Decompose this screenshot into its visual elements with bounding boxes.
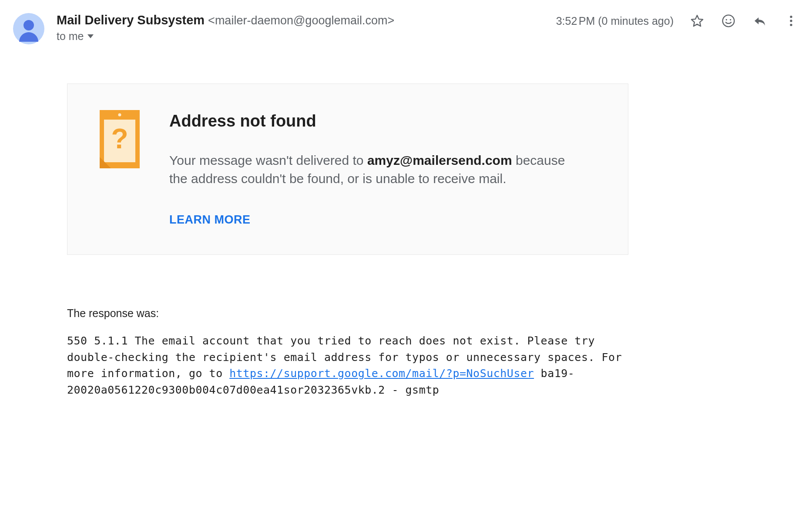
learn-more-link[interactable]: LEARN MORE [169,213,251,227]
more-vert-icon [784,14,798,28]
from-line: Mail Delivery Subsystem <mailer-daemon@g… [57,13,546,27]
svg-point-2 [723,15,735,27]
bounce-desc-before: Your message wasn't delivered to [169,153,367,167]
sender-email: <mailer-daemon@googlemail.com> [208,14,394,27]
chevron-down-icon [87,34,94,38]
bounce-description: Your message wasn't delivered to amyz@ma… [169,151,570,188]
star-button[interactable] [689,13,705,29]
svg-point-6 [790,20,792,22]
bounce-desc-address: amyz@mailersend.com [367,153,512,167]
response-link[interactable]: https://support.google.com/mail/?p=NoSuc… [229,367,534,380]
react-button[interactable] [721,13,736,29]
question-file-icon: ? [98,110,141,171]
sender-avatar[interactable] [13,13,44,44]
reply-button[interactable] [752,13,768,29]
svg-point-4 [730,19,731,20]
svg-point-1 [23,20,34,30]
svg-point-9 [118,114,121,117]
email-header: Mail Delivery Subsystem <mailer-daemon@g… [13,13,799,44]
svg-point-5 [790,16,792,18]
smiley-icon [721,14,735,28]
bounce-card: ? Address not found Your message wasn't … [67,84,628,255]
bounce-title: Address not found [169,112,602,130]
svg-point-7 [790,24,792,26]
sender-name: Mail Delivery Subsystem [57,13,205,27]
to-line[interactable]: to me [57,30,546,43]
star-icon [690,14,704,28]
response-label: The response was: [67,307,628,320]
reply-icon [753,14,767,28]
timestamp: 3:52 PM (0 minutes ago) [556,15,674,27]
response-body: 550 5.1.1 The email account that you tri… [67,333,628,398]
more-button[interactable] [783,13,799,29]
to-line-label: to me [57,30,84,43]
svg-point-3 [726,19,727,20]
svg-text:?: ? [111,123,128,154]
